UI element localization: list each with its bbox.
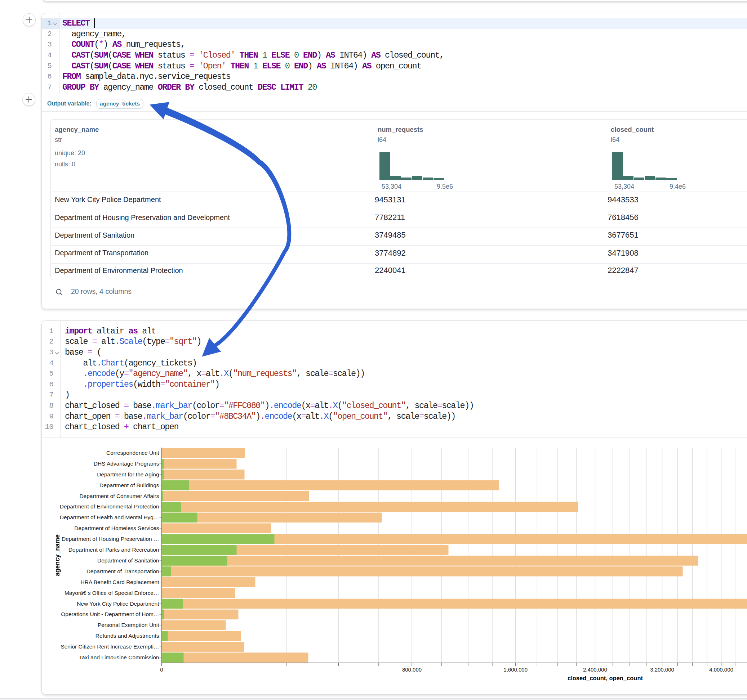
svg-text:Department of Housing Preserva: Department of Housing Preservation …	[61, 536, 159, 542]
svg-text:4,000,000: 4,000,000	[709, 667, 733, 673]
svg-text:Department of Health and Menta: Department of Health and Mental Hyg…	[59, 514, 159, 520]
svg-text:3,200,000: 3,200,000	[650, 667, 674, 673]
svg-text:Senior Citizen Rent Increase E: Senior Citizen Rent Increase Exempti…	[60, 643, 159, 650]
svg-text:2,400,000: 2,400,000	[583, 667, 607, 673]
svg-text:800,000: 800,000	[402, 667, 421, 673]
svg-text:DHS Advantage Programs: DHS Advantage Programs	[93, 460, 159, 467]
svg-text:Department of Transportation: Department of Transportation	[86, 568, 159, 574]
svg-text:Department of Environmental Pr: Department of Environmental Protection	[59, 503, 159, 510]
svg-text:Department for the Aging: Department for the Aging	[97, 471, 159, 477]
svg-text:New York City Police Departmen: New York City Police Department	[77, 600, 159, 607]
svg-text:Department of Homeless Service: Department of Homeless Services	[74, 525, 159, 531]
svg-text:1,600,000: 1,600,000	[504, 667, 528, 673]
svg-text:0: 0	[160, 667, 163, 673]
svg-text:Operations Unit - Department o: Operations Unit - Department of Hom…	[61, 611, 159, 617]
svg-text:Department of Consumer Affairs: Department of Consumer Affairs	[79, 493, 159, 499]
svg-text:agency_name: agency_name	[53, 534, 60, 576]
svg-text:Mayorâ€ s Office of Special En: Mayorâ€ s Office of Special Enforce…	[65, 590, 159, 596]
svg-text:closed_count, open_count: closed_count, open_count	[567, 675, 643, 681]
svg-text:Personal Exemption Unit: Personal Exemption Unit	[97, 622, 159, 628]
svg-text:Department of Parks and Recrea: Department of Parks and Recreation	[68, 547, 159, 553]
svg-text:HRA Benefit Card Replacement: HRA Benefit Card Replacement	[80, 579, 159, 585]
svg-text:Department of Buildings: Department of Buildings	[100, 482, 159, 488]
svg-text:Department of Sanitation: Department of Sanitation	[97, 557, 159, 564]
svg-text:Taxi and Limousine Commission: Taxi and Limousine Commission	[79, 654, 159, 661]
svg-text:Refunds and Adjustments: Refunds and Adjustments	[95, 633, 159, 639]
svg-text:Correspondence Unit: Correspondence Unit	[106, 450, 159, 456]
